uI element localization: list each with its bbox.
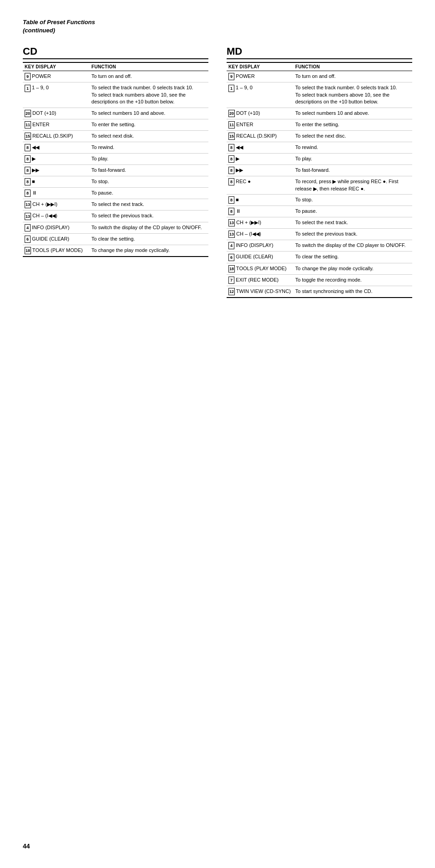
key-display-cell: 1 1 – 9, 0 [23,82,90,108]
key-number: 18 [25,247,31,254]
key-number: 4 [25,224,31,231]
function-cell: To rewind. [90,142,208,153]
table-row: 13 CH + (▶▶I)To select the next track. [227,217,412,229]
key-number: 15 [228,133,235,140]
cd-table: KEY DISPLAY FUNCTION 9 POWERTo turn on a… [23,62,208,257]
key-display-cell: 4 INFO (DISPLAY) [23,222,90,233]
key-display-cell: 18 TOOLS (PLAY MODE) [23,245,90,257]
table-row: 9 POWERTo turn on and off. [227,71,412,82]
key-display-cell: 8 ■ [227,194,294,205]
function-cell: To pause. [90,188,208,199]
key-number: 11 [25,121,31,128]
table-row: 4 INFO (DISPLAY)To switch the display of… [23,222,208,233]
key-display-cell: 8 ▶ [227,154,294,165]
function-cell: To record, press ▶ while pressing REC ●.… [294,176,412,195]
key-display-cell: 20 DOT (+10) [227,108,294,119]
table-row: 1 1 – 9, 0To select the track number. 0 … [227,82,412,108]
function-cell: To select the next track. [90,199,208,211]
key-number: 7 [228,277,234,284]
table-row: 15 RECALL (D.SKIP)To select next disk. [23,130,208,142]
key-number: 8 [228,178,234,185]
key-display-cell: 8 ⏸ [23,188,90,199]
table-row: 8 ⏸To pause. [227,206,412,217]
table-row: 1 1 – 9, 0To select the track number. 0 … [23,82,208,108]
key-number: 11 [228,121,235,128]
key-number: 8 [228,144,234,151]
key-display-cell: 18 TOOLS (PLAY MODE) [227,263,294,274]
key-number: 1 [25,85,31,92]
key-number: 20 [228,110,235,117]
md-table: KEY DISPLAY FUNCTION 9 POWERTo turn on a… [227,62,412,298]
key-display-cell: 13 CH – (I◀◀) [227,229,294,240]
key-display-cell: 6 GUIDE (CLEAR) [227,252,294,263]
key-number: 9 [25,73,31,80]
key-display-cell: 8 ▶▶ [227,165,294,176]
key-number: 8 [25,144,31,151]
function-cell: To toggle the recording mode. [294,274,412,286]
table-row: 8 ▶To play. [23,154,208,165]
key-display-cell: 8 ◀◀ [227,142,294,153]
main-content: CD KEY DISPLAY FUNCTION 9 POWERTo turn o… [23,46,412,298]
table-row: 8 REC ●To record, press ▶ while pressing… [227,176,412,195]
key-number: 1 [228,85,234,92]
table-row: 6 GUIDE (CLEAR)To clear the setting. [227,252,412,263]
table-row: 20 DOT (+10)To select numbers 10 and abo… [23,108,208,119]
function-cell: To enter the setting. [294,119,412,130]
table-row: 13 CH – (I◀◀)To select the previous trac… [227,229,412,240]
table-row: 18 TOOLS (PLAY MODE)To change the play m… [23,245,208,257]
function-cell: To select next disk. [90,130,208,142]
key-display-cell: 8 REC ● [227,176,294,195]
table-row: 13 CH + (▶▶I)To select the next track. [23,199,208,211]
key-display-cell: 13 CH – (I◀◀) [23,211,90,222]
page-number: 44 [23,842,30,850]
function-cell: To pause. [294,206,412,217]
function-cell: To fast-forward. [294,165,412,176]
function-cell: To stop. [90,176,208,188]
key-number: 8 [25,178,31,185]
md-col-key: KEY DISPLAY [227,62,294,71]
key-display-cell: 9 POWER [23,71,90,82]
key-display-cell: 11 ENTER [227,119,294,130]
key-display-cell: 8 ▶ [23,154,90,165]
key-number: 15 [25,133,31,140]
table-row: 13 CH – (I◀◀)To select the previous trac… [23,211,208,222]
key-number: 13 [25,201,31,208]
key-display-cell: 12 TWIN VIEW (CD-SYNC) [227,286,294,298]
function-cell: To start synchronizing with the CD. [294,286,412,298]
key-number: 8 [228,196,234,204]
key-display-cell: 20 DOT (+10) [23,108,90,119]
table-row: 11 ENTERTo enter the setting. [23,119,208,130]
key-display-cell: 4 INFO (DISPLAY) [227,240,294,252]
function-cell: To switch the display of the CD player t… [294,240,412,252]
md-section: MD KEY DISPLAY FUNCTION 9 POWERTo turn o… [227,46,412,298]
function-cell: To rewind. [294,142,412,153]
function-cell: To play. [294,154,412,165]
key-number: 8 [228,167,234,174]
key-number: 4 [228,242,234,249]
table-row: 9 POWERTo turn on and off. [23,71,208,82]
cd-title: CD [23,46,208,59]
key-display-cell: 13 CH + (▶▶I) [23,199,90,211]
function-cell: To select numbers 10 and above. [294,108,412,119]
function-cell: To select the previous track. [90,211,208,222]
key-number: 9 [228,73,234,80]
key-display-cell: 15 RECALL (D.SKIP) [227,130,294,142]
md-title: MD [227,46,412,59]
function-cell: To select the next disc. [294,130,412,142]
page-header: Table of Preset Functions (continued) [23,18,412,35]
key-display-cell: 8 ⏸ [227,206,294,217]
table-row: 8 ▶To play. [227,154,412,165]
key-display-cell: 11 ENTER [23,119,90,130]
key-number: 8 [25,155,31,163]
key-number: 8 [25,190,31,197]
function-cell: To enter the setting. [90,119,208,130]
table-row: 8 ◀◀To rewind. [227,142,412,153]
md-col-function: FUNCTION [294,62,412,71]
key-display-cell: 8 ■ [23,176,90,188]
key-display-cell: 6 GUIDE (CLEAR) [23,233,90,245]
table-row: 20 DOT (+10)To select numbers 10 and abo… [227,108,412,119]
key-number: 8 [25,167,31,174]
table-row: 8 ▶▶To fast-forward. [227,165,412,176]
table-row: 8 ■To stop. [23,176,208,188]
function-cell: To select numbers 10 and above. [90,108,208,119]
